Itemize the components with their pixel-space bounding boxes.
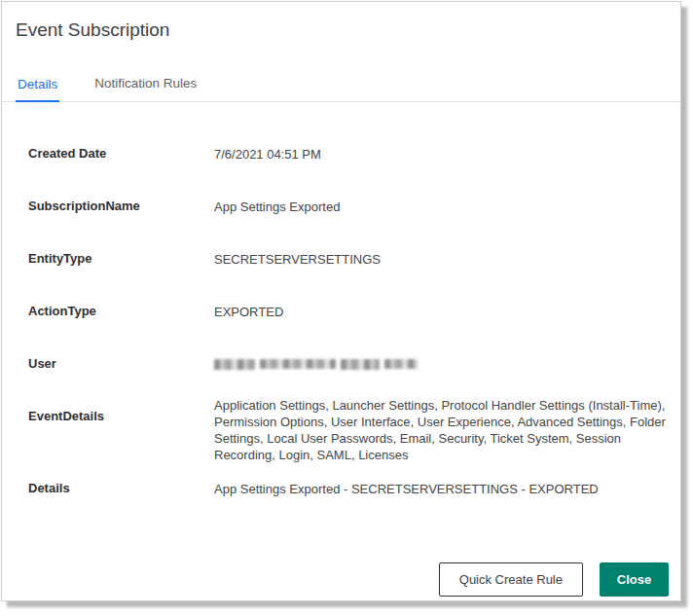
field-value: EXPORTED [214, 304, 667, 320]
quick-create-rule-button[interactable]: Quick Create Rule [439, 562, 583, 597]
details-panel: Created Date 7/6/2021 04:51 PM Subscript… [2, 102, 680, 497]
event-subscription-dialog: Event Subscription Details Notification … [1, 1, 681, 601]
field-value [214, 356, 667, 372]
field-row-action-type: ActionType EXPORTED [28, 304, 667, 320]
field-value: Application Settings, Launcher Settings,… [214, 397, 667, 463]
field-label: ActionType [28, 304, 214, 319]
user-value-redacted [214, 356, 667, 372]
field-label: EntityType [28, 251, 214, 267]
field-row-event-details: EventDetails Application Settings, Launc… [28, 397, 667, 463]
field-row-subscription-name: SubscriptionName App Settings Exported [28, 199, 667, 215]
close-button[interactable]: Close [600, 562, 669, 597]
field-value: App Settings Exported - SECRETSERVERSETT… [214, 481, 667, 497]
field-label: User [28, 356, 214, 372]
tab-notification-rules[interactable]: Notification Rules [92, 70, 199, 101]
tab-details[interactable]: Details [16, 70, 59, 102]
tab-bar: Details Notification Rules [2, 70, 680, 102]
field-row-entity-type: EntityType SECRETSERVERSETTINGS [28, 251, 667, 268]
footer-actions: Quick Create Rule Close [439, 562, 669, 597]
field-label: Details [28, 481, 214, 496]
page-title: Event Subscription [2, 2, 680, 41]
field-label: EventDetails [28, 409, 214, 424]
field-label: SubscriptionName [28, 199, 214, 214]
field-value: App Settings Exported [214, 199, 667, 215]
field-value: SECRETSERVERSETTINGS [214, 251, 667, 268]
field-row-created-date: Created Date 7/6/2021 04:51 PM [28, 146, 667, 163]
field-value: 7/6/2021 04:51 PM [214, 146, 667, 163]
field-label: Created Date [28, 146, 214, 162]
field-row-details: Details App Settings Exported - SECRETSE… [28, 481, 667, 497]
field-row-user: User [28, 356, 667, 372]
